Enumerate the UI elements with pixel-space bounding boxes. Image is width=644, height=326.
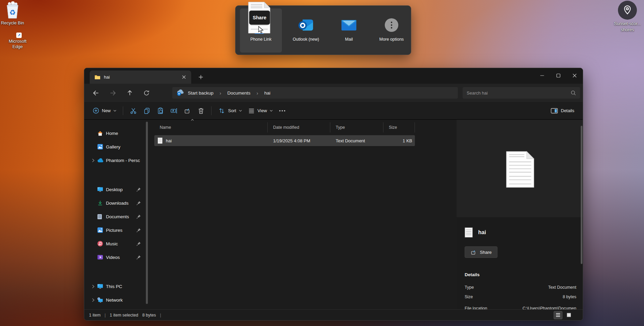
new-button[interactable]: New <box>90 105 119 116</box>
column-header-name[interactable]: Name <box>154 122 268 133</box>
file-list: Name Date modified Type Size hai 1/19/20… <box>150 120 457 310</box>
share-target-label: Mail <box>345 37 353 42</box>
documents-icon <box>97 214 106 220</box>
sidebar-item-pictures[interactable]: Pictures <box>84 224 148 236</box>
desktop-icon-recycle-bin[interactable]: ♻ Recycle Bin <box>0 1 25 26</box>
sidebar-item-home[interactable]: Home <box>84 127 148 139</box>
tab-strip: hai <box>84 68 583 84</box>
onedrive-cloud-icon <box>97 158 106 163</box>
share-button[interactable] <box>181 105 194 117</box>
selected-file-header: hai <box>465 227 486 238</box>
sidebar-item-label: This PC <box>106 284 148 289</box>
pin-icon <box>136 241 146 246</box>
forward-button[interactable] <box>106 87 119 99</box>
see-more-button[interactable] <box>276 108 289 114</box>
rename-button[interactable] <box>167 105 181 117</box>
delete-button[interactable] <box>194 105 208 117</box>
file-name: hai <box>166 138 172 143</box>
tab-hai[interactable]: hai <box>90 70 191 84</box>
column-headers: Name Date modified Type Size <box>154 122 415 133</box>
sidebar-item-label: Music <box>106 241 136 246</box>
file-type: Text Document <box>330 138 383 143</box>
home-icon <box>97 130 106 136</box>
view-button[interactable]: View <box>245 105 276 116</box>
item-count: 1 item <box>89 313 101 318</box>
details-view-toggle[interactable] <box>554 311 562 319</box>
pictures-icon <box>97 227 106 233</box>
selection-count: 1 item selected <box>110 313 138 318</box>
details-pane-icon <box>551 107 558 114</box>
column-header-date-modified[interactable]: Date modified <box>268 122 330 133</box>
up-button[interactable] <box>123 87 136 99</box>
column-header-type[interactable]: Type <box>330 122 383 133</box>
sidebar-item-label: Phantom - Persc <box>106 158 148 163</box>
sidebar-item-downloads[interactable]: Downloads <box>84 197 148 209</box>
tab-close-icon[interactable] <box>180 73 188 81</box>
close-button[interactable] <box>567 68 583 83</box>
svg-text:♻: ♻ <box>9 8 16 16</box>
column-header-size[interactable]: Size <box>383 122 415 133</box>
chevron-down-icon <box>113 110 116 112</box>
sidebar-item-desktop[interactable]: Desktop <box>84 183 148 196</box>
file-row-hai[interactable]: hai 1/19/2025 4:08 PM Text Document 1 KB <box>154 135 415 146</box>
refresh-button[interactable] <box>140 87 153 99</box>
maximize-button[interactable] <box>550 68 567 83</box>
share-more-options[interactable]: More options <box>371 8 413 53</box>
sort-button[interactable]: Sort <box>215 105 245 117</box>
toolbar-separator <box>211 106 212 115</box>
large-icons-view-toggle[interactable] <box>564 311 573 319</box>
desktop-icon-label: Microsoft Edge <box>4 39 31 50</box>
sidebar-item-network[interactable]: Network <box>84 294 148 306</box>
chevron-right-icon[interactable] <box>89 298 97 302</box>
sidebar-item-videos[interactable]: Videos <box>84 251 148 263</box>
breadcrumb-current[interactable]: hai <box>264 90 270 96</box>
sidebar-item-onedrive[interactable]: Phantom - Persc <box>84 154 148 166</box>
sidebar-item-gallery[interactable]: Gallery <box>84 141 148 153</box>
search-box[interactable] <box>463 87 580 99</box>
view-button-label: View <box>258 108 267 113</box>
share-target-mail[interactable]: Mail <box>328 8 370 53</box>
paste-button[interactable] <box>154 105 167 117</box>
sidebar-scrollbar[interactable] <box>146 122 148 304</box>
new-tab-button[interactable] <box>196 73 205 81</box>
breadcrumb-root[interactable]: Start backup <box>188 90 214 96</box>
share-target-outlook[interactable]: Outlook (new) <box>285 8 327 53</box>
sidebar-item-music[interactable]: Music <box>84 238 148 250</box>
details-share-button[interactable]: Share <box>465 246 497 258</box>
minimize-button[interactable] <box>534 68 550 83</box>
breadcrumb-documents[interactable]: Documents <box>227 90 250 96</box>
sidebar-item-label: Home <box>106 131 148 136</box>
search-input[interactable] <box>467 90 571 96</box>
back-button[interactable] <box>89 87 103 99</box>
sidebar-item-label: Documents <box>106 214 136 219</box>
explorer-content: Home Gallery Phantom - Persc <box>84 120 583 310</box>
sidebar-item-documents[interactable]: Documents <box>84 210 148 223</box>
recycle-bin-icon: ♻ <box>4 1 21 19</box>
details-toggle-button[interactable]: Details <box>548 105 577 116</box>
new-button-label: New <box>102 108 111 113</box>
address-bar[interactable]: Start backup › Documents › hai <box>172 87 458 99</box>
chevron-right-icon[interactable] <box>89 285 97 288</box>
cut-button[interactable] <box>127 105 140 117</box>
details-section-title: Details <box>465 272 480 277</box>
text-document-icon <box>465 227 473 238</box>
mouse-cursor <box>258 26 264 34</box>
chevron-down-icon <box>270 110 273 112</box>
gallery-icon <box>97 144 106 150</box>
chevron-right-icon[interactable] <box>89 159 97 162</box>
desktop-icon-spotlight[interactable]: Sunset-scor... shores <box>612 1 643 33</box>
drag-tooltip: Share <box>249 11 270 25</box>
details-scrollbar[interactable] <box>581 126 582 264</box>
desktop-icon-microsoft-edge[interactable]: ↗ Microsoft Edge <box>2 37 33 50</box>
drag-tooltip-label: Share <box>253 15 266 20</box>
pin-icon <box>136 214 146 219</box>
sidebar-item-label: Videos <box>106 255 136 260</box>
desktop-icon-label: Recycle Bin <box>1 20 24 26</box>
cut-icon <box>130 107 137 115</box>
folder-icon <box>94 75 101 80</box>
mail-icon <box>341 17 357 33</box>
sort-icon <box>218 107 225 115</box>
more-options-icon <box>385 18 398 32</box>
sidebar-item-this-pc[interactable]: This PC <box>84 280 148 292</box>
copy-button[interactable] <box>140 105 154 117</box>
